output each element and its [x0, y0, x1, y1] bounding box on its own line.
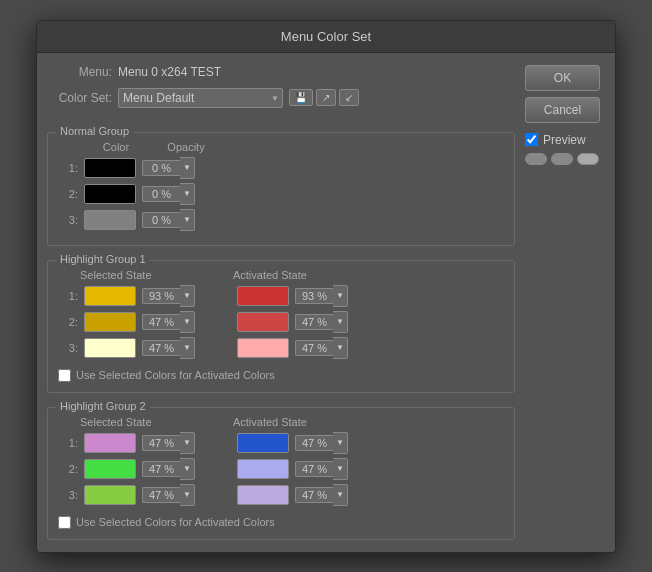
h2-act-row-3: 47 % ▼ [211, 484, 348, 506]
h1-act-swatch-1[interactable] [237, 286, 289, 306]
menu-label: Menu: [47, 65, 112, 79]
h1-act-opacity-1[interactable]: 93 % [295, 288, 333, 304]
h2-act-opacity-arrow-3[interactable]: ▼ [333, 484, 348, 506]
h1-sel-opacity-2[interactable]: 47 % [142, 314, 180, 330]
highlight-group-1-content: Selected State 1: 93 % ▼ 2: [58, 269, 504, 382]
icon-group: 💾 ↗ ↙ [289, 89, 359, 106]
h1-sel-row-3: 3: 47 % ▼ [58, 337, 195, 359]
preview-swatch-1 [525, 153, 547, 165]
h2-act-opacity-3[interactable]: 47 % [295, 487, 333, 503]
menu-value: Menu 0 x264 TEST [118, 65, 515, 79]
normal-opacity-3: 0 % ▼ [142, 209, 195, 231]
normal-row-3: 3: 0 % ▼ [58, 209, 504, 231]
menu-row: Menu: Menu 0 x264 TEST [47, 65, 515, 79]
normal-row-1-num: 1: [58, 162, 78, 174]
h1-checkbox-row: Use Selected Colors for Activated Colors [58, 369, 504, 382]
h1-act-opacity-3[interactable]: 47 % [295, 340, 333, 356]
normal-opacity-field-2[interactable]: 0 % [142, 186, 180, 202]
normal-col-headers: Color Opacity [86, 141, 504, 153]
h2-act-row-1: 47 % ▼ [211, 432, 348, 454]
preview-section: Preview [525, 133, 605, 165]
color-set-row: Color Set: Menu Default 💾 ↗ ↙ [47, 88, 515, 108]
h1-act-opacity-arrow-2[interactable]: ▼ [333, 311, 348, 333]
h2-sel-swatch-1[interactable] [84, 433, 136, 453]
h2-sel-opacity-3[interactable]: 47 % [142, 487, 180, 503]
normal-opacity-arrow-3[interactable]: ▼ [180, 209, 195, 231]
highlight-group-2-title: Highlight Group 2 [56, 400, 150, 412]
normal-opacity-field-1[interactable]: 0 % [142, 160, 180, 176]
save-color-set-btn[interactable]: 💾 [289, 89, 313, 106]
h1-act-opacity-2[interactable]: 47 % [295, 314, 333, 330]
h2-act-opacity-arrow-2[interactable]: ▼ [333, 458, 348, 480]
dialog-title: Menu Color Set [37, 21, 615, 53]
h1-sel-num-1: 1: [58, 290, 78, 302]
normal-group-content: Color Opacity 1: 0 % ▼ 2: [58, 141, 504, 231]
normal-color-swatch-3[interactable] [84, 210, 136, 230]
h2-sel-num-1: 1: [58, 437, 78, 449]
normal-opacity-2: 0 % ▼ [142, 183, 195, 205]
normal-opacity-field-3[interactable]: 0 % [142, 212, 180, 228]
normal-opacity-arrow-2[interactable]: ▼ [180, 183, 195, 205]
highlight-2-activated-header: Activated State [233, 416, 348, 428]
import-btn[interactable]: ↗ [316, 89, 336, 106]
h1-act-row-3: 47 % ▼ [211, 337, 348, 359]
h2-act-swatch-3[interactable] [237, 485, 289, 505]
export-btn[interactable]: ↙ [339, 89, 359, 106]
h1-sel-opacity-arrow-3[interactable]: ▼ [180, 337, 195, 359]
h1-act-swatch-3[interactable] [237, 338, 289, 358]
h1-act-opacity-arrow-3[interactable]: ▼ [333, 337, 348, 359]
preview-checkbox[interactable] [525, 133, 538, 146]
h2-sel-opacity-1[interactable]: 47 % [142, 435, 180, 451]
ok-button[interactable]: OK [525, 65, 600, 91]
highlight-2-state-columns: Selected State 1: 47 % ▼ 2: [58, 416, 504, 510]
highlight-1-selected-col: Selected State 1: 93 % ▼ 2: [58, 269, 195, 363]
h2-sel-swatch-2[interactable] [84, 459, 136, 479]
normal-color-swatch-2[interactable] [84, 184, 136, 204]
normal-opacity-1: 0 % ▼ [142, 157, 195, 179]
right-panel: OK Cancel Preview [525, 65, 605, 540]
highlight-2-selected-col: Selected State 1: 47 % ▼ 2: [58, 416, 195, 510]
h2-sel-opacity-arrow-2[interactable]: ▼ [180, 458, 195, 480]
cancel-button[interactable]: Cancel [525, 97, 600, 123]
highlight-2-activated-col: Activated State 47 % ▼ [211, 416, 348, 510]
highlight-group-1-title: Highlight Group 1 [56, 253, 150, 265]
h2-sel-opacity-arrow-1[interactable]: ▼ [180, 432, 195, 454]
h2-sel-opacity-arrow-3[interactable]: ▼ [180, 484, 195, 506]
highlight-1-activated-col: Activated State 93 % ▼ [211, 269, 348, 363]
h1-checkbox-label: Use Selected Colors for Activated Colors [76, 369, 275, 381]
h1-sel-swatch-3[interactable] [84, 338, 136, 358]
highlight-1-activated-header: Activated State [233, 269, 348, 281]
h1-sel-row-2: 2: 47 % ▼ [58, 311, 195, 333]
h1-sel-opacity-1[interactable]: 93 % [142, 288, 180, 304]
h1-use-selected-checkbox[interactable] [58, 369, 71, 382]
normal-opacity-arrow-1[interactable]: ▼ [180, 157, 195, 179]
h2-sel-num-3: 3: [58, 489, 78, 501]
normal-group-box: Normal Group Color Opacity 1: 0 % ▼ [47, 132, 515, 246]
normal-row-3-num: 3: [58, 214, 78, 226]
opacity-col-header: Opacity [156, 141, 216, 153]
left-panel: Menu: Menu 0 x264 TEST Color Set: Menu D… [47, 65, 515, 540]
h2-sel-row-2: 2: 47 % ▼ [58, 458, 195, 480]
color-set-select[interactable]: Menu Default [118, 88, 283, 108]
h2-sel-opacity-2[interactable]: 47 % [142, 461, 180, 477]
color-col-header: Color [86, 141, 146, 153]
h2-act-opacity-2[interactable]: 47 % [295, 461, 333, 477]
h2-sel-swatch-3[interactable] [84, 485, 136, 505]
h1-act-row-2: 47 % ▼ [211, 311, 348, 333]
h2-act-swatch-1[interactable] [237, 433, 289, 453]
h1-sel-num-3: 3: [58, 342, 78, 354]
h2-act-swatch-2[interactable] [237, 459, 289, 479]
h1-act-swatch-2[interactable] [237, 312, 289, 332]
h2-use-selected-checkbox[interactable] [58, 516, 71, 529]
color-set-select-wrapper[interactable]: Menu Default [118, 88, 283, 108]
h1-act-opacity-arrow-1[interactable]: ▼ [333, 285, 348, 307]
h2-checkbox-row: Use Selected Colors for Activated Colors [58, 516, 504, 529]
h1-sel-opacity-3[interactable]: 47 % [142, 340, 180, 356]
h1-sel-opacity-arrow-2[interactable]: ▼ [180, 311, 195, 333]
normal-color-swatch-1[interactable] [84, 158, 136, 178]
h1-sel-opacity-arrow-1[interactable]: ▼ [180, 285, 195, 307]
h2-act-opacity-arrow-1[interactable]: ▼ [333, 432, 348, 454]
h2-act-opacity-1[interactable]: 47 % [295, 435, 333, 451]
h1-sel-swatch-1[interactable] [84, 286, 136, 306]
h1-sel-swatch-2[interactable] [84, 312, 136, 332]
